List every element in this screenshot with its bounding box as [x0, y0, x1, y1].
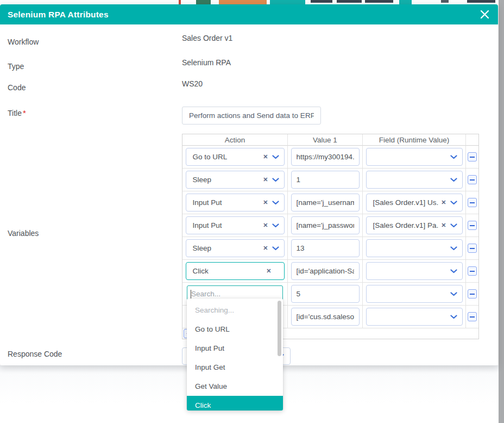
toolbar-fragment — [337, 0, 362, 3]
table-row: Sleep ✕ — [182, 237, 478, 260]
title-input[interactable] — [182, 107, 321, 125]
field-select[interactable] — [366, 308, 463, 326]
required-asterisk: * — [23, 108, 26, 117]
value1-input[interactable] — [291, 216, 360, 234]
table-row: Sleep ✕ — [182, 169, 478, 191]
field-select[interactable] — [366, 148, 463, 166]
table-header-row: Action Value 1 Field (Runtime Value) — [182, 134, 478, 146]
field-select[interactable] — [366, 285, 463, 303]
chevron-down-icon — [450, 315, 457, 319]
remove-column-header — [466, 134, 478, 146]
dropdown-item-searching: Searching... — [187, 301, 283, 320]
clear-icon[interactable]: ✕ — [263, 153, 268, 160]
dropdown-scrollbar[interactable] — [278, 301, 281, 356]
remove-row-button[interactable] — [468, 175, 477, 184]
minus-icon — [470, 316, 475, 318]
toolbar-fragment — [196, 0, 211, 4]
field-select[interactable] — [366, 239, 463, 257]
toolbar-fragment — [365, 0, 393, 3]
chevron-down-icon — [272, 155, 279, 159]
toolbar-fragment — [311, 0, 332, 3]
remove-row-button[interactable] — [468, 198, 477, 207]
toolbar-fragment — [467, 0, 495, 3]
chevron-down-icon — [450, 292, 457, 296]
close-button[interactable] — [475, 7, 494, 23]
table-row: Click ✕ — [182, 260, 478, 283]
code-label: Code — [8, 83, 26, 92]
action-select[interactable]: Input Put ✕ — [186, 194, 285, 212]
chevron-down-icon — [450, 223, 457, 228]
toolbar-fragment — [441, 0, 449, 3]
remove-row-button[interactable] — [468, 152, 477, 161]
modal-header: Selenium RPA Attributes — [0, 4, 498, 24]
type-value: Selenium RPA — [182, 58, 231, 67]
dropdown-item-input-put[interactable]: Input Put — [187, 339, 283, 358]
toolbar-fragment — [270, 0, 305, 4]
page-scroll-gutter — [499, 0, 504, 423]
field-select[interactable]: [Sales Order.v1] Us... ✕ — [366, 194, 463, 212]
value1-input[interactable] — [291, 262, 360, 280]
value1-input[interactable] — [291, 148, 360, 166]
action-select[interactable]: Sleep ✕ — [186, 239, 285, 257]
chevron-down-icon — [450, 269, 457, 273]
dropdown-item-input-get[interactable]: Input Get — [187, 358, 283, 377]
value1-column-header: Value 1 — [288, 134, 363, 146]
field-select[interactable] — [366, 262, 463, 280]
remove-row-button[interactable] — [468, 266, 477, 276]
table-row: Input Put ✕ [Sales Order.v1] Pa... ✕ — [182, 214, 478, 237]
chevron-down-icon — [272, 178, 279, 182]
chevron-down-icon — [450, 201, 457, 205]
code-value: WS20 — [182, 79, 203, 88]
chevron-down-icon — [450, 155, 457, 159]
minus-icon — [470, 179, 475, 181]
field-select[interactable]: [Sales Order.v1] Pa... ✕ — [366, 216, 463, 234]
response-code-label: Response Code — [8, 350, 62, 358]
clear-icon[interactable]: ✕ — [263, 245, 268, 252]
remove-row-button[interactable] — [468, 221, 477, 230]
table-row: Input Put ✕ [Sales Order.v1] Us... ✕ — [182, 191, 478, 214]
minus-icon — [470, 294, 475, 295]
clear-icon[interactable]: ✕ — [441, 199, 446, 206]
value1-input[interactable] — [291, 239, 360, 257]
close-icon — [480, 10, 489, 19]
clear-icon[interactable]: ✕ — [263, 222, 268, 229]
remove-row-button[interactable] — [468, 289, 477, 298]
action-select-open[interactable]: Click ✕ — [186, 262, 285, 280]
action-select[interactable]: Sleep ✕ — [186, 171, 285, 189]
workflow-value: Sales Order v1 — [182, 34, 232, 42]
dropdown-item-click[interactable]: Click — [187, 396, 283, 410]
minus-icon — [470, 202, 475, 203]
chevron-down-icon — [272, 223, 279, 228]
value1-input[interactable] — [291, 308, 360, 326]
action-select[interactable]: Input Put ✕ — [186, 216, 285, 234]
remove-row-button[interactable] — [468, 312, 477, 321]
remove-row-button[interactable] — [468, 244, 477, 253]
clear-icon[interactable]: ✕ — [263, 199, 268, 206]
clear-icon[interactable]: ✕ — [441, 222, 446, 229]
chevron-down-icon — [272, 201, 279, 205]
value1-input[interactable] — [291, 171, 360, 189]
title-label: Title* — [8, 108, 26, 117]
action-dropdown-panel: Searching... Go to URL Input Put Input G… — [187, 298, 283, 410]
minus-icon — [470, 248, 475, 249]
minus-icon — [470, 157, 475, 158]
table-row: Go to URL ✕ — [182, 146, 478, 169]
value1-input[interactable] — [291, 285, 360, 303]
toolbar-fragment — [399, 0, 412, 4]
action-select[interactable]: Go to URL ✕ — [186, 148, 285, 166]
dropdown-item-go-to-url[interactable]: Go to URL — [187, 320, 283, 339]
clear-icon[interactable]: ✕ — [266, 268, 271, 275]
modal-title: Selenium RPA Attributes — [0, 10, 109, 20]
screen: Selenium RPA Attributes Workflow Type Co… — [0, 0, 504, 423]
field-select[interactable] — [366, 171, 463, 189]
text-caret — [191, 290, 191, 299]
minus-icon — [470, 225, 475, 226]
value1-input[interactable] — [291, 194, 360, 212]
workflow-label: Workflow — [8, 38, 39, 46]
toolbar-fragment — [219, 0, 267, 4]
obscured-toolbar — [0, 0, 504, 4]
clear-icon[interactable]: ✕ — [263, 176, 268, 183]
dropdown-item-get-value[interactable]: Get Value — [187, 377, 283, 396]
type-label: Type — [8, 62, 24, 71]
chevron-down-icon — [450, 178, 457, 182]
